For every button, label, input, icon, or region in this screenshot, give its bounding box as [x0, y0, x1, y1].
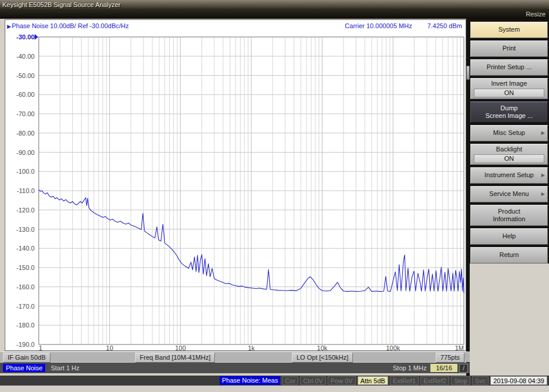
submenu-arrow-icon: ▶	[541, 191, 545, 197]
status-datetime: 2019-09-08 04:39	[490, 376, 547, 385]
softkey-label: Dump	[500, 104, 517, 112]
softkey-label: Print	[503, 45, 516, 52]
status-extref2: ExtRef2	[420, 376, 449, 385]
submenu-arrow-icon: ▶	[541, 130, 545, 136]
ref-level-marker-icon	[35, 34, 38, 40]
y-axis-tick-label: -160.0	[16, 283, 35, 290]
y-axis-tick-label: -90.00	[16, 149, 35, 156]
softkey-service-menu[interactable]: Service Menu▶	[470, 186, 548, 202]
y-axis-tick-label: -80.00	[16, 130, 35, 137]
y-axis-tick-label: -70.00	[16, 110, 35, 117]
chip-freq-band[interactable]: Freq Band [10M-41MHz]	[135, 353, 215, 363]
softkey-misc-setup[interactable]: Misc Setup▶	[470, 125, 548, 141]
measurement-mode-tab[interactable]: Phase Noise	[3, 364, 45, 372]
softkey-backlight[interactable]: BacklightON	[470, 144, 548, 165]
sweep-stop-label: Stop 1 MHz	[393, 364, 426, 371]
status-extref1: ExtRef1	[390, 376, 419, 385]
x-axis-tick-label: 100k	[386, 344, 400, 350]
softkey-label: Backlight	[496, 146, 523, 153]
chip-points[interactable]: 775pts	[436, 353, 464, 363]
status-attn: Attn 5dB	[358, 376, 388, 385]
softkey-product-information[interactable]: ProductInformation	[470, 205, 548, 226]
softkey-instrument-setup[interactable]: Instrument Setup▶	[470, 167, 548, 184]
softkey-label: Return	[499, 251, 518, 259]
sweep-range-row: Phase Noise Start 1 Hz Stop 1 MHz 16/16 …	[0, 363, 470, 373]
softkey-value: ON	[474, 89, 544, 97]
instrument-status-bar: Phase Noise: MeasCorCtrl 0VPow 0VAttn 5d…	[0, 376, 549, 386]
softkey-label: Product	[498, 208, 520, 215]
y-axis-tick-label: -140.0	[16, 245, 35, 252]
softkey-dump-screen-image[interactable]: DumpScreen Image ...	[470, 102, 548, 123]
softkey-label: Service Menu	[489, 190, 528, 198]
status-ctrl: Ctrl 0V	[300, 376, 326, 385]
x-axis-tick-label: 10k	[317, 344, 328, 350]
y-axis-tick-label: -120.0	[16, 207, 35, 214]
x-axis-tick-label: 1M	[455, 344, 464, 350]
status-meas[interactable]: Phase Noise: Meas	[220, 376, 280, 385]
measurement-settings-row: IF Gain 50dBFreq Band [10M-41MHz]LO Opt …	[0, 352, 470, 362]
softkey-help[interactable]: Help	[470, 228, 548, 245]
x-axis-tick-label: 1k	[248, 344, 255, 350]
softkey-label: Invert Image	[491, 80, 527, 87]
phase-noise-plot: -30.00-40.00-50.00-60.00-70.00-80.00-90.…	[5, 20, 466, 350]
menu-bar: Resize	[0, 9, 549, 19]
y-axis-tick-label: -180.0	[16, 322, 35, 329]
x-axis-tick-label: 100	[175, 344, 186, 350]
status-pow: Pow 0V	[328, 376, 356, 385]
submenu-arrow-icon: ▶	[541, 173, 545, 178]
softkey-print[interactable]: Print	[470, 40, 548, 57]
softkey-label: Misc Setup	[493, 129, 525, 137]
softkey-label: Printer Setup ...	[487, 63, 531, 71]
window-title: Keysight E5052B Signal Source Analyzer	[0, 0, 549, 9]
y-axis-tick-label: -190.0	[16, 341, 35, 348]
x-axis-tick-label: 10	[106, 344, 113, 350]
softkey-label: Instrument Setup	[484, 171, 534, 179]
softkey-printer-setup[interactable]: Printer Setup ...	[470, 59, 548, 76]
phase-noise-graph-panel: ▶Phase Noise 10.00dB/ Ref -30.00dBc/Hz C…	[5, 19, 466, 351]
y-axis-tick-label: -50.00	[16, 72, 35, 79]
softkey-label: System	[499, 26, 520, 33]
chip-if-gain[interactable]: IF Gain 50dB	[3, 353, 50, 363]
y-axis-tick-label: -40.00	[16, 53, 35, 60]
y-axis-tick-label: -130.0	[16, 226, 35, 233]
resize-button[interactable]: Resize	[526, 11, 545, 18]
average-counter: 16/16	[430, 364, 457, 372]
softkey-invert-image[interactable]: Invert ImageON	[470, 78, 548, 99]
app-window: Keysight E5052B Signal Source Analyzer R…	[0, 0, 549, 392]
sweep-indicator-button[interactable]: /	[459, 364, 468, 373]
softkey-label: Help	[503, 232, 516, 240]
chip-lo-opt[interactable]: LO Opt [<150kHz]	[292, 353, 353, 363]
y-axis-tick-label: -170.0	[16, 303, 35, 310]
y-axis-tick-label: -150.0	[16, 264, 35, 271]
status-stop: Stop	[451, 376, 470, 385]
y-axis-tick-label: -110.0	[17, 187, 35, 194]
softkey-label: Screen Image ...	[486, 112, 533, 120]
softkey-label: Information	[493, 215, 525, 223]
softkey-return[interactable]: Return	[470, 247, 548, 263]
status-cor: Cor	[282, 376, 298, 385]
sweep-start-label: Start 1 Hz	[50, 364, 79, 371]
status-svc: Svc	[472, 376, 489, 385]
x-axis-tick-label: 1	[39, 344, 42, 350]
softkey-value: ON	[474, 154, 544, 163]
softkey-system[interactable]: System	[470, 22, 548, 38]
y-axis-tick-label: -30.00	[16, 33, 35, 40]
y-axis-tick-label: -100.0	[16, 168, 35, 175]
y-axis-tick-label: -60.00	[16, 91, 35, 98]
softkey-sidebar: SystemPrintPrinter Setup ...Invert Image…	[470, 19, 549, 392]
